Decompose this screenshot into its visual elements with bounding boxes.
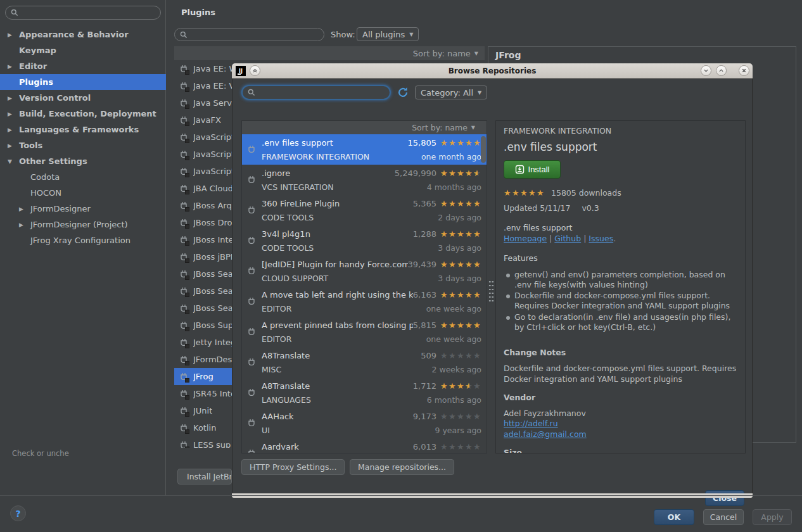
cancel-button[interactable]: Cancel (703, 509, 744, 525)
plugin-icon (246, 265, 257, 277)
plugin-checkbox[interactable] (185, 207, 189, 212)
repository-plugin-row[interactable]: A move tab left and right using the ke6,… (242, 286, 487, 317)
help-button[interactable]: ? (10, 505, 26, 521)
sidebar-item-appearance-behavior[interactable]: ▶Appearance & Behavior (0, 27, 166, 42)
plugin-icon (178, 115, 189, 126)
plugin-icon (246, 296, 257, 307)
plugins-search-input[interactable] (191, 30, 319, 39)
repository-plugin-row[interactable]: .env files support15,805★★★★★FRAMEWORK I… (242, 134, 487, 165)
plugin-checkbox[interactable] (185, 327, 189, 331)
plugin-category-label: FRAMEWORK INTEGRATION (504, 126, 737, 136)
plugin-checkbox[interactable] (185, 241, 189, 246)
roll-up-window-button[interactable] (716, 65, 727, 76)
plugin-checkbox[interactable] (185, 156, 189, 160)
repository-plugin-row[interactable]: [JedIDE] Plugin for handy Force.com39,43… (242, 256, 487, 286)
close-button[interactable]: Close (705, 490, 744, 506)
github-link[interactable]: Github (554, 234, 581, 243)
plugin-checkbox[interactable] (185, 293, 189, 297)
list-scrollbar-thumb[interactable] (481, 136, 486, 163)
tree-expanded-icon[interactable]: ▼ (8, 158, 19, 165)
plugin-checkbox[interactable] (185, 190, 189, 194)
repository-plugin-row[interactable]: .ignore5,249,990★★★★★★VCS INTEGRATION4 m… (242, 165, 487, 195)
repository-search-field[interactable] (241, 85, 391, 100)
repository-plugin-row[interactable]: Aardvark6,013★★★★★ (242, 438, 487, 453)
http-proxy-settings-button[interactable]: HTTP Proxy Settings... (241, 459, 345, 475)
sidebar-item-tools[interactable]: ▶Tools (0, 137, 166, 153)
repository-search-input[interactable] (258, 88, 385, 97)
tree-collapsed-icon[interactable]: ▶ (19, 206, 30, 212)
repository-plugin-row[interactable]: A8Translate1,712★★★★★★LANGUAGES6 months … (242, 377, 487, 408)
plugin-checkbox[interactable] (185, 173, 189, 177)
sidebar-item-editor[interactable]: ▶Editor (0, 58, 166, 74)
repository-plugin-row[interactable]: AAHack9,173★★★★★UI9 years ago (242, 408, 487, 438)
plugin-checkbox[interactable] (185, 446, 189, 448)
plugin-name: 3v4l pl4g1n (262, 229, 413, 239)
plugin-checkbox[interactable] (185, 361, 189, 365)
repository-plugin-row[interactable]: A8Translate509★★★★★MISC2 weeks ago (242, 347, 487, 377)
downloads-count: 1,288 (413, 229, 436, 239)
sidebar-item-hocon[interactable]: HOCON (0, 185, 166, 201)
vendor-url-link[interactable]: http://adelf.ru (504, 419, 558, 428)
sidebar-item-build-execution-deployment[interactable]: ▶Build, Execution, Deployment (0, 106, 166, 122)
plugin-checkbox[interactable] (185, 224, 189, 229)
plugin-checkbox[interactable] (185, 344, 189, 348)
plugins-sort-header[interactable]: Sort by: name ▼ (174, 46, 485, 60)
install-jetbrains-plugin-button[interactable]: Install JetBr (177, 469, 232, 484)
repository-plugin-row[interactable]: 3v4l pl4g1n1,288★★★★★CODE TOOLS3 days ag… (242, 225, 487, 256)
tree-collapsed-icon[interactable]: ▶ (8, 95, 19, 101)
plugin-checkbox[interactable] (185, 429, 189, 434)
category-dropdown[interactable]: Category: All ▼ (415, 86, 487, 99)
sidebar-item-version-control[interactable]: ▶Version Control (0, 90, 166, 106)
install-button[interactable]: Install (504, 160, 561, 179)
homepage-link[interactable]: Homepage (504, 234, 547, 243)
plugin-checkbox[interactable] (185, 378, 189, 383)
sidebar-item-other-settings[interactable]: ▼Other Settings (0, 153, 166, 169)
plugin-checkbox[interactable] (185, 70, 189, 75)
tree-collapsed-icon[interactable]: ▶ (8, 127, 19, 133)
close-window-button[interactable] (739, 65, 749, 76)
splitter-grip[interactable] (488, 280, 494, 301)
plugin-checkbox[interactable] (185, 258, 189, 263)
repository-sort-header[interactable]: Sort by: name ▼ (242, 121, 487, 134)
sidebar-item-keymap[interactable]: Keymap (0, 42, 166, 58)
tree-collapsed-icon[interactable]: ▶ (8, 142, 19, 149)
repository-plugin-row[interactable]: 360 FireLine Plugin5,365★★★★★CODE TOOLS2… (242, 195, 487, 225)
tree-collapsed-icon[interactable]: ▶ (19, 222, 30, 228)
sidebar-item-codota[interactable]: Codota (0, 169, 166, 185)
ok-button[interactable]: OK (654, 509, 694, 525)
plugin-checkbox[interactable] (185, 122, 189, 126)
show-filter-dropdown[interactable]: All plugins ▼ (357, 27, 419, 41)
issues-link[interactable]: Issues (589, 234, 613, 243)
downloads-count: 15805 downloads (551, 188, 621, 198)
plugins-search-field[interactable] (174, 28, 324, 41)
plugin-checkbox[interactable] (185, 276, 189, 280)
plugin-checkbox[interactable] (185, 104, 189, 109)
plugin-checkbox[interactable] (185, 87, 189, 92)
sidebar-item-jfrog-xray-configuration[interactable]: JFrog Xray Configuration (0, 232, 166, 248)
manage-repositories-button[interactable]: Manage repositories... (350, 459, 454, 475)
tree-collapsed-icon[interactable]: ▶ (8, 63, 19, 70)
plugin-checkbox[interactable] (185, 395, 189, 400)
sidebar-search-field[interactable] (5, 6, 161, 20)
apply-button[interactable]: Apply (753, 509, 792, 525)
unroll-window-button[interactable] (701, 65, 711, 76)
plugin-category: UI (262, 426, 435, 435)
tree-collapsed-icon[interactable]: ▶ (8, 32, 19, 38)
plugin-checkbox[interactable] (185, 139, 189, 143)
sidebar-item-jformdesigner[interactable]: ▶JFormDesigner (0, 201, 166, 217)
sidebar-item-plugins[interactable]: Plugins (0, 74, 166, 90)
updated-date: one week ago (426, 334, 481, 344)
sidebar-item-languages-frameworks[interactable]: ▶Languages & Frameworks (0, 122, 166, 137)
refresh-icon[interactable] (397, 86, 409, 99)
plugin-icon (178, 234, 189, 246)
tree-collapsed-icon[interactable]: ▶ (8, 111, 19, 117)
repository-plugin-row[interactable]: A prevent pinned tabs from closing plu5,… (242, 317, 487, 347)
vendor-email-link[interactable]: adel.faiz@gmail.com (504, 429, 587, 439)
sidebar-item-jformdesigner-project-[interactable]: ▶JFormDesigner (Project) (0, 217, 166, 232)
shade-window-button[interactable] (250, 65, 260, 76)
dialog-titlebar[interactable]: Browse Repositories IJ (232, 63, 753, 79)
plugin-checkbox[interactable] (185, 412, 189, 417)
sidebar-search-input[interactable] (22, 8, 155, 17)
downloads-count: 509 (421, 351, 436, 360)
plugin-checkbox[interactable] (185, 310, 189, 314)
